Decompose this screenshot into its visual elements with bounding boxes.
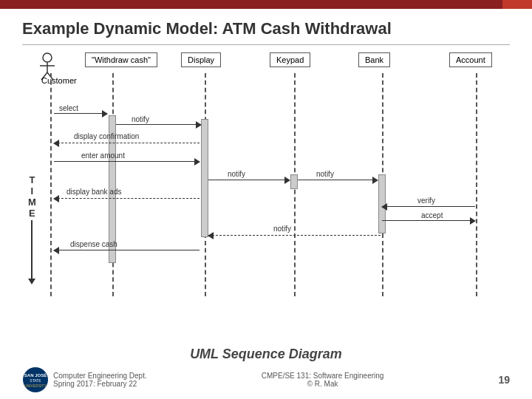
label-notify-3: notify xyxy=(316,170,334,178)
actor-display-box: Display xyxy=(181,52,221,67)
actor-account: Account xyxy=(449,52,492,67)
time-m: M xyxy=(28,197,36,208)
label-display-confirm: display confirmation xyxy=(74,132,139,140)
actor-display: Display xyxy=(181,52,221,67)
lifeline-account xyxy=(476,73,477,296)
svg-point-0 xyxy=(43,53,52,62)
footer-left: SAN JOSÉ STATE UNIVERSITY Computer Engin… xyxy=(22,366,147,393)
activation-display xyxy=(201,119,208,237)
customer-figure: Customer xyxy=(35,52,59,83)
actor-keypad: Keypad xyxy=(270,52,310,67)
arrow-enter-amount xyxy=(54,161,200,162)
footer-left-text: Computer Engineering Dept. Spring 2017: … xyxy=(53,372,147,388)
svg-text:SAN JOSÉ: SAN JOSÉ xyxy=(24,372,47,378)
time-e: E xyxy=(29,208,35,219)
footer-dept: Computer Engineering Dept. xyxy=(53,372,147,380)
footer-page: 19 xyxy=(498,374,510,386)
label-verify: verify xyxy=(417,197,435,205)
main-content: Example Dynamic Model: ATM Cash Withdraw… xyxy=(0,9,532,399)
label-accept: accept xyxy=(421,211,443,219)
bottom-section: UML Sequence Diagram SAN JOSÉ STATE UNIV… xyxy=(22,347,510,393)
page-title: Example Dynamic Model: ATM Cash Withdraw… xyxy=(22,19,510,38)
footer-course: CMPE/SE 131: Software Engineering xyxy=(262,372,384,380)
lifeline-customer xyxy=(50,73,52,296)
time-indicator: T I M E xyxy=(28,174,36,281)
actor-withdraw-box: "Withdraw cash" xyxy=(85,52,157,67)
top-bar-accent xyxy=(502,0,532,9)
arrow-dispense-cash xyxy=(54,250,200,250)
footer-copyright: © R. Mak xyxy=(262,380,384,388)
time-arrow-icon xyxy=(31,220,33,279)
actor-keypad-box: Keypad xyxy=(270,52,310,67)
arrow-notify-1 xyxy=(116,124,201,125)
arrow-display-bank-ads xyxy=(54,198,200,199)
arrow-select xyxy=(54,113,107,114)
footer: SAN JOSÉ STATE UNIVERSITY Computer Engin… xyxy=(22,366,510,393)
sequence-diagram: Customer "Withdraw cash" Display Keypad … xyxy=(22,52,510,296)
label-notify-4: notify xyxy=(273,225,291,233)
arrow-notify-3 xyxy=(298,180,378,180)
uml-label: UML Sequence Diagram xyxy=(22,347,510,362)
arrow-notify-2 xyxy=(208,180,290,180)
top-bar xyxy=(0,0,532,9)
footer-date: Spring 2017: February 22 xyxy=(53,380,147,388)
arrow-accept xyxy=(382,220,475,221)
label-select: select xyxy=(59,104,78,112)
footer-center: CMPE/SE 131: Software Engineering © R. M… xyxy=(262,372,384,388)
actor-account-box: Account xyxy=(449,52,492,67)
label-enter-amount: enter amount xyxy=(81,151,125,160)
label-notify-2: notify xyxy=(228,170,245,178)
label-notify-1: notify xyxy=(132,115,149,123)
divider xyxy=(22,44,510,45)
svg-text:UNIVERSITY: UNIVERSITY xyxy=(24,383,47,388)
activation-keypad xyxy=(290,174,298,189)
time-i: I xyxy=(31,185,34,197)
actor-bank: Bank xyxy=(358,52,390,67)
label-display-bank-ads: display bank ads xyxy=(66,188,122,196)
label-dispense-cash: dispense cash xyxy=(70,240,117,248)
actor-withdraw: "Withdraw cash" xyxy=(85,52,157,67)
arrow-verify xyxy=(382,206,475,207)
arrow-notify-4 xyxy=(208,235,381,236)
svg-text:STATE: STATE xyxy=(30,378,41,383)
customer-label: Customer xyxy=(41,76,77,85)
actor-bank-box: Bank xyxy=(358,52,390,67)
arrow-display-confirm xyxy=(54,143,200,143)
sjsu-logo-icon: SAN JOSÉ STATE UNIVERSITY xyxy=(22,366,49,393)
time-t: T xyxy=(29,174,35,185)
